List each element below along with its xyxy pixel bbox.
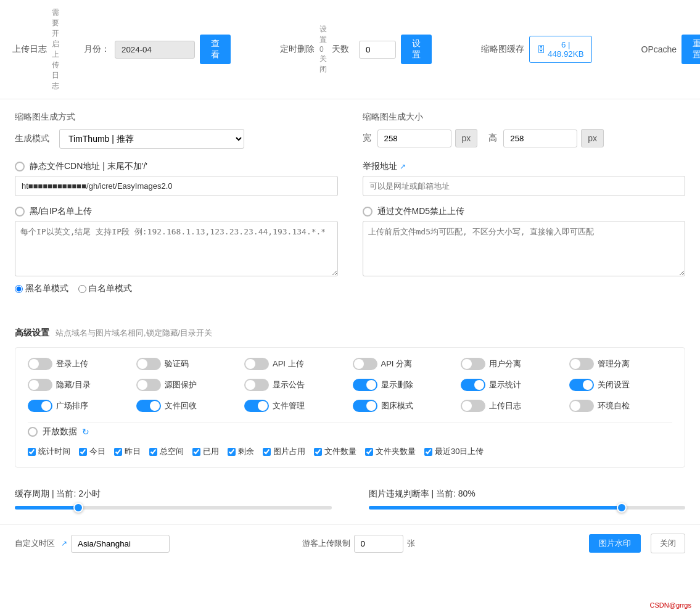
toggle-label-upload-log: 上传日志 xyxy=(489,400,521,411)
cb-used[interactable] xyxy=(192,448,200,456)
report-col: 举报地址 xyxy=(363,161,686,196)
days-input[interactable] xyxy=(359,41,396,59)
black-mode-radio[interactable] xyxy=(15,285,23,293)
scheduled-delete-set-btn[interactable]: 设置 xyxy=(401,35,432,64)
cache-info-btn[interactable]: 🗄 6 | 448.92KB xyxy=(529,36,592,63)
toggle-slider-hide-dir xyxy=(28,379,52,391)
toggle-source-protect[interactable] xyxy=(136,379,161,391)
white-mode-label[interactable]: 白名单模式 xyxy=(78,283,132,294)
toggle-item-api-upload: API 上传 xyxy=(244,358,348,370)
toggle-item-show-notice: 显示公告 xyxy=(244,379,348,391)
toggle-item-file-recycle: 文件回收 xyxy=(136,400,240,412)
timezone-external-link[interactable] xyxy=(61,539,67,548)
toggle-label-image-host-mode: 图床模式 xyxy=(381,400,413,411)
toggle-hide-dir[interactable] xyxy=(28,379,52,391)
thumbnail-cache-section: 缩略图缓存 🗄 6 | 448.92KB xyxy=(481,36,592,63)
toggle-slider-login-upload xyxy=(28,358,52,370)
toggle-label-file-manage: 文件管理 xyxy=(273,400,305,411)
open-data-radio[interactable] xyxy=(28,427,38,437)
month-label: 月份： xyxy=(84,44,110,55)
violation-slider-track xyxy=(369,506,686,510)
open-data-label: 开放数据 xyxy=(43,426,77,437)
toggle-close-settings[interactable] xyxy=(569,379,594,391)
cdn-input[interactable] xyxy=(15,176,338,196)
upload-log-view-btn[interactable]: 查看 xyxy=(200,35,231,64)
cache-slider-col: 缓存周期 | 当前: 2小时 xyxy=(15,489,332,512)
cdn-radio[interactable] xyxy=(15,162,25,171)
cb-item-cb-used: 已用 xyxy=(192,446,219,457)
adv-sub-title: 站点域名与图片域名相同,锁定隐藏/目录开关 xyxy=(56,328,212,337)
mode-label: 生成模式 xyxy=(15,133,49,144)
cb-remain[interactable] xyxy=(228,448,236,456)
refresh-icon[interactable]: ↻ xyxy=(82,427,89,437)
cb-total-space[interactable] xyxy=(149,448,157,456)
cb-today[interactable] xyxy=(79,448,87,456)
toggle-plaza-rank[interactable] xyxy=(28,400,52,412)
toggle-api-upload[interactable] xyxy=(244,358,269,370)
ip-radio[interactable] xyxy=(15,207,25,217)
toggle-grid: 登录上传验证码API 上传API 分离用户分离管理分离隐藏/目录源图保护显示公告… xyxy=(28,358,672,412)
md5-radio[interactable] xyxy=(363,207,373,217)
cb-yesterday[interactable] xyxy=(114,448,122,456)
cb-item-cb-remain: 剩余 xyxy=(228,446,254,457)
cb-image-use[interactable] xyxy=(263,448,271,456)
toggle-login-upload[interactable] xyxy=(28,358,52,370)
cb-item-cb-today: 今日 xyxy=(79,446,105,457)
width-input[interactable] xyxy=(377,130,451,147)
upload-limit-label: 游客上传限制 xyxy=(302,538,350,549)
database-icon: 🗄 xyxy=(537,45,545,54)
scheduled-delete-section: 定时删除 设置 0 关闭 天数 设置 xyxy=(280,24,432,75)
black-mode-label[interactable]: 黑名单模式 xyxy=(15,283,68,294)
cache-slider-fill xyxy=(15,506,78,510)
cb-time[interactable] xyxy=(28,448,36,456)
toggle-show-delete[interactable] xyxy=(353,379,377,391)
toggle-item-plaza-rank: 广场排序 xyxy=(28,400,131,412)
cb-label-cb-file-count: 文件数量 xyxy=(324,446,356,457)
toggle-file-manage[interactable] xyxy=(244,400,269,412)
cb-item-cb-30days: 最近30日上传 xyxy=(424,446,484,457)
cb-30days[interactable] xyxy=(424,448,432,456)
toggle-env-check[interactable] xyxy=(569,400,594,412)
mode-select-row: 生成模式 TimThumb | 推荐GD库ImageMagick xyxy=(15,129,338,149)
height-input[interactable] xyxy=(503,130,577,147)
toggle-admin-separate[interactable] xyxy=(569,358,594,370)
upload-limit-input[interactable] xyxy=(354,535,403,553)
toggle-label-captcha: 验证码 xyxy=(165,358,189,369)
opcache-reset-btn[interactable]: 重置 xyxy=(681,35,700,64)
upload-log-label: 上传日志 xyxy=(12,44,47,55)
toggle-file-recycle[interactable] xyxy=(136,400,161,412)
advanced-settings-section: 高级设置 站点域名与图片域名相同,锁定隐藏/目录开关 登录上传验证码API 上传… xyxy=(0,319,700,476)
ip-textarea[interactable] xyxy=(15,221,338,276)
timezone-input[interactable] xyxy=(71,535,170,553)
cb-file-count[interactable] xyxy=(314,448,322,456)
toggle-label-admin-separate: 管理分离 xyxy=(598,358,630,369)
toggle-label-api-upload: API 上传 xyxy=(273,358,304,369)
ip-col: 黑/白IP名单上传 黑名单模式 白名单模式 xyxy=(15,206,338,294)
toggle-image-host-mode[interactable] xyxy=(353,400,377,412)
toggle-slider-plaza-rank xyxy=(28,400,52,412)
report-input[interactable] xyxy=(363,176,686,196)
close-btn[interactable]: 关闭 xyxy=(651,534,685,553)
violation-slider-thumb[interactable] xyxy=(617,503,627,513)
toggle-show-stats[interactable] xyxy=(461,379,485,391)
md5-textarea[interactable] xyxy=(363,221,686,276)
toggle-slider-close-settings xyxy=(569,379,594,391)
toggle-api-separate[interactable] xyxy=(353,358,377,370)
scheduled-delete-label: 定时删除 xyxy=(280,44,315,55)
toggle-user-separate[interactable] xyxy=(461,358,485,370)
width-label: 宽 xyxy=(363,133,371,144)
ip-label: 黑/白IP名单上传 xyxy=(30,206,92,217)
toggle-captcha[interactable] xyxy=(136,358,161,370)
white-mode-radio[interactable] xyxy=(78,285,86,293)
cb-folder-count[interactable] xyxy=(365,448,373,456)
month-input[interactable] xyxy=(115,41,195,59)
toggle-show-notice[interactable] xyxy=(244,379,269,391)
slider-section: 缓存周期 | 当前: 2小时 图片违规判断率 | 当前: 80% xyxy=(0,476,700,524)
watermark-btn[interactable]: 图片水印 xyxy=(589,534,641,553)
cache-slider-thumb[interactable] xyxy=(73,503,83,513)
toggle-item-upload-log: 上传日志 xyxy=(461,400,564,412)
cb-label-cb-today: 今日 xyxy=(89,446,105,457)
toggle-upload-log[interactable] xyxy=(461,400,485,412)
report-external-link[interactable] xyxy=(400,162,406,171)
mode-select[interactable]: TimThumb | 推荐GD库ImageMagick xyxy=(59,129,244,149)
